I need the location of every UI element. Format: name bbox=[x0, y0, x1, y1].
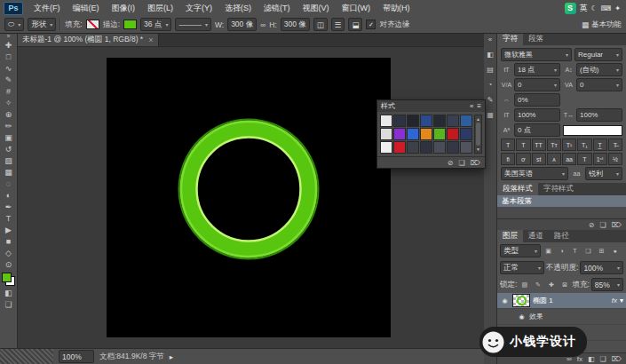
menu-type[interactable]: 文字(Y) bbox=[179, 0, 218, 16]
properties-panel-icon[interactable]: ▦ bbox=[487, 111, 494, 119]
faux-italic-button[interactable]: T bbox=[516, 138, 530, 151]
superscript-button[interactable]: T¹ bbox=[562, 138, 576, 151]
style-swatch[interactable] bbox=[380, 128, 392, 140]
fractions-button[interactable]: ½ bbox=[608, 153, 622, 165]
menu-window[interactable]: 窗口(W) bbox=[336, 0, 377, 16]
stroke-style-select[interactable]: ——— bbox=[175, 18, 211, 31]
eraser-tool[interactable]: ▨ bbox=[1, 155, 16, 167]
path-operations-button[interactable]: ◫ bbox=[313, 18, 328, 31]
filter-smart-objects-icon[interactable]: ⊞ bbox=[596, 248, 607, 255]
font-size-select[interactable]: 18 点 bbox=[514, 63, 560, 76]
fill-color-swatch[interactable] bbox=[86, 20, 99, 29]
strikethrough-button[interactable]: T̶ bbox=[608, 138, 622, 151]
tab-paragraph[interactable]: 段落 bbox=[523, 33, 549, 45]
path-alignment-button[interactable]: ☰ bbox=[331, 18, 345, 31]
horizontal-scale-input[interactable]: 100% bbox=[576, 108, 622, 122]
style-swatch[interactable] bbox=[420, 128, 432, 140]
style-swatch[interactable] bbox=[447, 141, 459, 154]
lasso-tool[interactable]: ∿ bbox=[1, 63, 16, 75]
text-color-swatch[interactable] bbox=[563, 125, 622, 136]
style-swatch[interactable] bbox=[420, 115, 432, 127]
tab-character-styles[interactable]: 字符样式 bbox=[538, 183, 579, 195]
scroll-down-icon[interactable]: ▼ bbox=[476, 146, 480, 152]
zoom-level-field[interactable]: 100% bbox=[59, 350, 94, 363]
style-swatch[interactable] bbox=[407, 115, 419, 127]
stroke-color-swatch[interactable] bbox=[123, 20, 137, 29]
menu-filter[interactable]: 滤镜(T) bbox=[258, 0, 297, 16]
adjustments-panel-icon[interactable]: ◔ bbox=[488, 81, 493, 89]
delete-layer-icon[interactable]: ⌦ bbox=[612, 355, 622, 363]
delete-style-icon[interactable]: ⌦ bbox=[612, 221, 622, 229]
style-swatch[interactable] bbox=[460, 128, 472, 140]
new-style-icon[interactable]: ❏ bbox=[459, 159, 465, 167]
filter-type-layers-icon[interactable]: T bbox=[569, 248, 581, 254]
tracking-select[interactable]: 0 bbox=[576, 78, 622, 91]
styles-scrollbar[interactable]: ▲ ▼ bbox=[474, 115, 482, 154]
swatches-panel-icon[interactable]: ▤ bbox=[487, 66, 494, 74]
history-panel-icon[interactable]: ✎ bbox=[487, 96, 494, 104]
menu-select[interactable]: 选择(S) bbox=[218, 0, 258, 16]
ordinals-button[interactable]: 1ˢᵗ bbox=[593, 153, 607, 165]
layer-mask-icon[interactable]: ◧ bbox=[588, 355, 595, 363]
dodge-tool[interactable]: ◐ bbox=[1, 190, 16, 202]
style-swatch[interactable] bbox=[393, 128, 406, 140]
lock-all-icon[interactable]: ⊠ bbox=[559, 281, 570, 289]
styles-panel-header[interactable]: 样式 « ≡ bbox=[377, 100, 485, 112]
screen-mode-button[interactable]: ❏ bbox=[1, 299, 16, 311]
baseline-shift-input[interactable]: 0 点 bbox=[514, 123, 560, 137]
menu-image[interactable]: 图像(I) bbox=[106, 0, 142, 16]
style-swatch[interactable] bbox=[420, 141, 432, 154]
style-swatch[interactable] bbox=[433, 128, 446, 140]
leading-select[interactable]: (自动) bbox=[576, 63, 622, 76]
tab-paragraph-styles[interactable]: 段落样式 bbox=[497, 183, 538, 195]
menu-edit[interactable]: 编辑(E) bbox=[67, 0, 106, 16]
path-arrange-button[interactable]: ⬓ bbox=[348, 18, 362, 31]
rectangle-tool[interactable]: ■ bbox=[1, 236, 16, 248]
layer-filter-type-select[interactable]: 类型 bbox=[500, 244, 541, 257]
new-layer-icon[interactable]: ❏ bbox=[600, 355, 606, 363]
type-tool[interactable]: T bbox=[1, 213, 16, 225]
height-input[interactable]: 300 像 bbox=[281, 18, 310, 31]
font-family-select[interactable]: 微软雅黑 bbox=[501, 48, 572, 61]
antialias-select[interactable]: 锐利 bbox=[585, 167, 622, 180]
menu-view[interactable]: 视图(V) bbox=[297, 0, 336, 16]
style-swatch[interactable] bbox=[460, 141, 472, 154]
underline-button[interactable]: T̲ bbox=[593, 138, 607, 151]
scroll-up-icon[interactable]: ▲ bbox=[476, 116, 480, 122]
tool-preset-picker[interactable]: ⬭ bbox=[4, 18, 24, 31]
collapse-effects-icon[interactable]: ▾ bbox=[620, 297, 623, 305]
ime-tools-icon[interactable]: ✦ bbox=[614, 4, 621, 12]
healing-brush-tool[interactable]: ⊕ bbox=[1, 109, 16, 121]
scroll-thumb[interactable] bbox=[476, 123, 480, 146]
layer-row-ellipse-1[interactable]: ◉ 椭圆 1 fx ▾ bbox=[497, 293, 626, 309]
style-swatch[interactable] bbox=[447, 115, 459, 127]
align-edges-checkbox[interactable]: ✓ bbox=[366, 20, 376, 29]
panel-menu-icon[interactable]: ≡ bbox=[477, 102, 481, 110]
vertical-scale-input[interactable]: 100% bbox=[514, 108, 560, 122]
titling-alternates-button[interactable]: T bbox=[577, 153, 591, 165]
quick-mask-button[interactable]: ◧ bbox=[1, 288, 16, 299]
workspace-switcher[interactable]: ▦ 基本功能 bbox=[582, 20, 622, 30]
swash-button[interactable]: ᴀ bbox=[547, 153, 561, 165]
stroke-width-select[interactable]: 36 点 bbox=[140, 18, 171, 31]
lock-pixels-icon[interactable]: ✎ bbox=[532, 281, 543, 289]
expand-panels-icon[interactable]: « bbox=[488, 36, 492, 44]
history-brush-tool[interactable]: ↺ bbox=[1, 144, 16, 155]
style-swatch[interactable] bbox=[433, 115, 446, 127]
style-swatch[interactable] bbox=[447, 128, 459, 140]
style-swatch[interactable] bbox=[380, 141, 392, 154]
contextual-alternates-button[interactable]: ơ bbox=[516, 153, 530, 165]
path-selection-tool[interactable]: ▶ bbox=[1, 225, 16, 236]
list-item-basic-paragraph[interactable]: 基本段落 bbox=[497, 195, 626, 207]
layer-thumbnail[interactable] bbox=[512, 294, 530, 307]
tab-layers[interactable]: 图层 bbox=[497, 230, 523, 242]
blur-tool[interactable]: ◌ bbox=[1, 178, 16, 190]
close-document-icon[interactable]: × bbox=[148, 36, 153, 44]
layer-name[interactable]: 椭圆 1 bbox=[533, 296, 609, 305]
style-swatch[interactable] bbox=[380, 115, 392, 127]
lock-position-icon[interactable]: ✚ bbox=[545, 281, 557, 289]
move-tool[interactable]: ✚ bbox=[1, 40, 16, 51]
filter-pixel-layers-icon[interactable]: ▣ bbox=[543, 248, 554, 255]
style-swatch[interactable] bbox=[393, 115, 406, 127]
collapse-panel-icon[interactable]: « bbox=[470, 102, 473, 110]
